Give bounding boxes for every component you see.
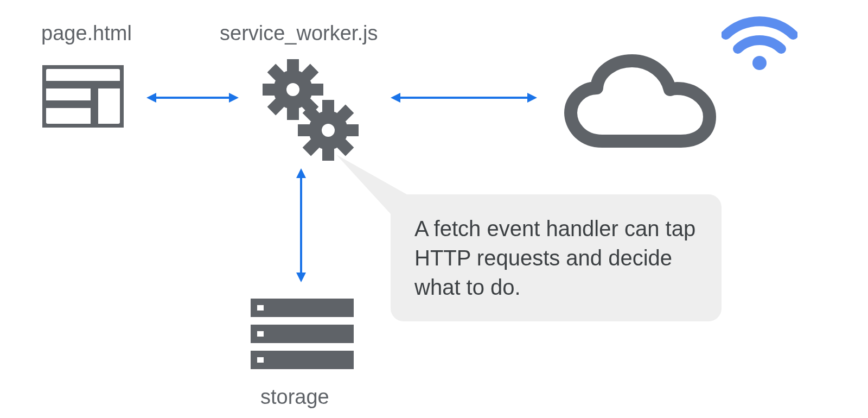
browser-window-icon <box>42 65 124 128</box>
svg-marker-5 <box>146 93 156 103</box>
storage-label: storage <box>260 385 329 409</box>
svg-point-18 <box>322 124 335 137</box>
svg-rect-37 <box>251 351 354 369</box>
wifi-icon <box>722 15 797 72</box>
svg-rect-11 <box>263 84 275 96</box>
svg-rect-20 <box>322 149 334 161</box>
svg-rect-10 <box>287 108 299 120</box>
svg-marker-28 <box>391 93 400 103</box>
cloud-icon <box>564 54 716 149</box>
storage-icon <box>251 299 354 369</box>
service-worker-label: service_worker.js <box>220 22 378 45</box>
callout-bubble: A fetch event handler can tap HTTP reque… <box>391 194 722 321</box>
arrow-sw-to-storage <box>293 168 309 282</box>
svg-marker-32 <box>296 273 306 282</box>
arrow-page-to-sw <box>146 90 239 106</box>
svg-point-39 <box>752 56 767 70</box>
svg-rect-12 <box>311 84 323 96</box>
svg-rect-33 <box>251 299 354 317</box>
svg-rect-22 <box>347 124 359 136</box>
svg-rect-34 <box>257 305 264 311</box>
svg-marker-31 <box>296 168 306 178</box>
arrow-sw-to-cloud <box>391 90 537 106</box>
svg-rect-21 <box>298 124 310 136</box>
svg-rect-38 <box>257 357 264 363</box>
svg-rect-36 <box>257 331 264 337</box>
svg-point-8 <box>286 83 299 96</box>
svg-rect-19 <box>322 100 334 112</box>
svg-marker-29 <box>527 93 537 103</box>
svg-rect-0 <box>42 65 124 128</box>
svg-marker-6 <box>229 93 239 103</box>
callout-text: A fetch event handler can tap HTTP reque… <box>414 217 695 299</box>
svg-rect-35 <box>251 325 354 343</box>
svg-rect-9 <box>287 59 299 71</box>
page-label: page.html <box>41 22 132 45</box>
gears-icon <box>255 54 363 163</box>
